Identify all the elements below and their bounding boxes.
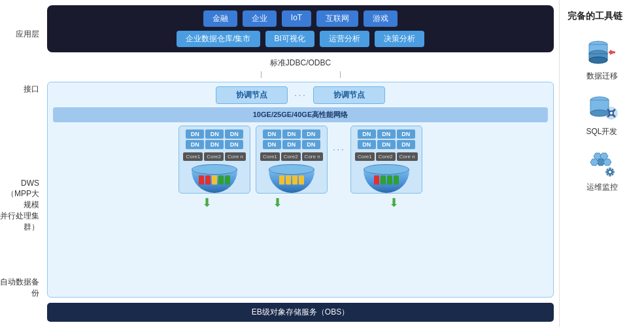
app-layer-box: 金融 企业 IoT 互联网 游戏 企业数据仓库/集市 BI可视化 运营分析 决策… — [47, 5, 554, 52]
dn-1-1: DN — [186, 129, 204, 139]
label-interface: 接口 — [0, 84, 44, 95]
dn-2-2: DN — [282, 129, 301, 139]
data-block-yellow-2b — [286, 175, 291, 184]
coord-dots: ··· — [294, 90, 307, 101]
dn-2-3: DN — [302, 129, 320, 139]
svg-rect-25 — [605, 171, 608, 173]
core-3-n: Core n — [397, 152, 418, 161]
svg-point-14 — [610, 112, 613, 114]
migrate-icon — [585, 39, 619, 67]
sql-icon — [585, 95, 619, 122]
interface-section: 标准JDBC/ODBC — [47, 56, 554, 78]
app-tag-ops-analysis: 运营分析 — [320, 31, 369, 47]
cylinder-2 — [269, 164, 314, 190]
core-2-1: Core1 — [260, 152, 280, 161]
data-block-yellow-2c — [292, 175, 297, 184]
data-block-green-1a — [218, 175, 224, 184]
dn-1-3: DN — [225, 129, 243, 139]
core-row-2: Core1 Core2 Core n — [260, 152, 323, 161]
dn-1-5: DN — [205, 140, 224, 149]
core-1-n: Core n — [225, 152, 246, 161]
data-block-red-1a — [199, 175, 204, 184]
cluster-group-2: DN DN DN DN DN DN Core1 Core2 Core n — [256, 126, 328, 194]
dn-2-6: DN — [302, 140, 320, 149]
cyl-data-3 — [374, 175, 399, 184]
cyl-top-1 — [192, 164, 237, 175]
label-dws: DWS （MPP大规模并行处理集群） — [0, 178, 44, 233]
app-row-2: 企业数据仓库/集市 BI可视化 运营分析 决策分析 — [55, 31, 546, 47]
main-container: 应用层 接口 DWS （MPP大规模并行处理集群） 自动数据备份 金融 企业 I… — [0, 0, 644, 327]
label-auto-backup: 自动数据备份 — [0, 277, 44, 299]
storage-2 — [269, 164, 314, 190]
dws-title: DWS — [21, 179, 39, 188]
dn-3-4: DN — [358, 140, 376, 149]
app-tag-bi: BI可视化 — [265, 31, 314, 47]
data-block-red-3a — [374, 175, 379, 184]
core-row-3: Core1 Core2 Core n — [355, 152, 418, 161]
auto-backup-bar: EB级对象存储服务（OBS） — [47, 303, 554, 322]
cyl-data-2 — [279, 175, 304, 184]
dn-1-4: DN — [186, 140, 204, 149]
dn-2-4: DN — [263, 140, 281, 149]
dn-3-6: DN — [397, 140, 415, 149]
arrow-down-3: ⬇ — [365, 197, 424, 209]
cluster-dots: ··· — [333, 144, 345, 156]
cyl-top-2 — [269, 164, 314, 175]
data-block-green-1b — [225, 175, 230, 184]
arrow-row: ⬇ ⬇ ⬇ — [53, 197, 548, 209]
label-app: 应用层 — [0, 29, 44, 40]
dws-subtitle: （MPP大规模并行处理集群） — [0, 189, 39, 231]
dn-3-5: DN — [377, 140, 396, 149]
dn-3-1: DN — [358, 129, 376, 139]
coordinator-row: 协调节点 ··· 协调节点 — [53, 86, 548, 104]
app-row-1: 金融 企业 IoT 互联网 游戏 — [55, 10, 546, 27]
tool-sql-label: SQL开发 — [586, 126, 617, 137]
core-row-1: Core1 Core2 Core n — [183, 152, 246, 161]
data-block-yellow-1 — [212, 175, 217, 184]
left-labels: 应用层 接口 DWS （MPP大规模并行处理集群） 自动数据备份 — [0, 0, 44, 327]
core-1-2: Core2 — [204, 152, 224, 161]
data-block-green-3c — [394, 175, 399, 184]
dn-grid-1: DN DN DN DN DN DN — [186, 129, 243, 149]
cylinder-1 — [192, 164, 237, 190]
svg-point-22 — [609, 171, 611, 173]
core-1-1: Core1 — [183, 152, 203, 161]
app-tag-warehouse: 企业数据仓库/集市 — [177, 31, 260, 47]
svg-rect-23 — [609, 167, 611, 170]
tool-migrate: 数据迁移 — [568, 39, 636, 82]
dws-box: 协调节点 ··· 协调节点 10GE/25GE/40GE高性能网络 DN DN … — [47, 82, 554, 298]
dn-grid-3: DN DN DN DN DN DN — [358, 129, 415, 149]
storage-3 — [364, 164, 409, 190]
coord-node-1: 协调节点 — [216, 86, 288, 104]
ops-icon — [585, 150, 619, 178]
cyl-data-1 — [199, 175, 230, 184]
data-block-red-1b — [205, 175, 211, 184]
dn-1-2: DN — [205, 129, 224, 139]
main-diagram: 金融 企业 IoT 互联网 游戏 企业数据仓库/集市 BI可视化 运营分析 决策… — [44, 0, 559, 327]
app-tag-game: 游戏 — [364, 10, 398, 27]
cluster-row: DN DN DN DN DN DN Core1 Core2 Core n — [53, 126, 548, 194]
data-block-yellow-2d — [299, 175, 304, 184]
cluster-group-3: DN DN DN DN DN DN Core1 Core2 Core n — [350, 126, 422, 194]
data-block-yellow-2a — [279, 175, 284, 184]
core-2-2: Core2 — [281, 152, 301, 161]
dn-3-2: DN — [377, 129, 396, 139]
dn-1-6: DN — [225, 140, 243, 149]
dn-3-3: DN — [397, 129, 415, 139]
app-tag-iot: IoT — [282, 10, 311, 27]
data-block-green-3a — [381, 175, 386, 184]
app-tag-enterprise: 企业 — [243, 10, 277, 27]
cylinder-3 — [364, 164, 409, 190]
app-tag-finance: 金融 — [203, 10, 237, 27]
svg-marker-19 — [603, 159, 611, 165]
svg-point-4 — [589, 57, 607, 63]
coord-node-2: 协调节点 — [313, 86, 385, 104]
tool-ops-label: 运维监控 — [586, 182, 618, 193]
svg-rect-6 — [609, 52, 615, 54]
sidebar-title: 完备的工具链 — [568, 10, 636, 22]
core-2-n: Core n — [302, 152, 323, 161]
app-tag-decision: 决策分析 — [375, 31, 424, 47]
cyl-top-3 — [364, 164, 409, 175]
core-3-1: Core1 — [355, 152, 375, 161]
data-block-green-3b — [387, 175, 392, 184]
